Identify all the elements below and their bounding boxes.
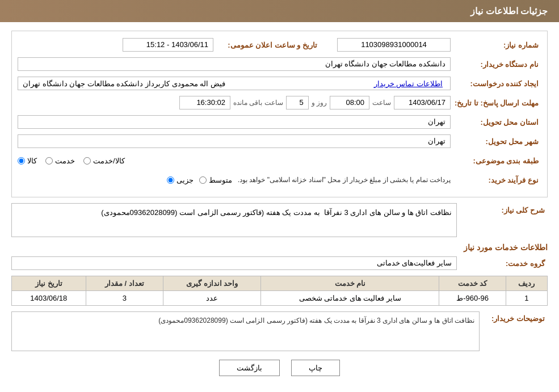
- col-header-row-num: ردیف: [506, 276, 547, 291]
- table-row: 1 960-96-ط سایر فعالیت های خدماتی شخصی ع…: [12, 291, 548, 306]
- need-description-text: [11, 203, 457, 237]
- purchase-jozyi-item: جزیی: [167, 176, 194, 184]
- need-description-label: شرح کلی نیاز:: [457, 203, 548, 214]
- category-row: طبقه بندی موضوعی: کالا/خدمت خدمت کالا: [18, 153, 541, 168]
- purchase-note: پرداخت تمام یا بخشی از مبلغ خریدار از مح…: [238, 176, 451, 184]
- category-kala-radio[interactable]: [18, 157, 25, 165]
- category-kala-khedmat-radio[interactable]: [83, 157, 91, 165]
- city-value: تهران: [18, 134, 451, 148]
- org-row: نام دستگاه خریدار: دانشکده مطالعات جهان …: [18, 56, 541, 72]
- category-kala-khedmat-label: کالا/خدمت: [93, 157, 125, 165]
- col-header-code: کد خدمت: [439, 276, 506, 291]
- table-header-row: ردیف کد خدمت نام خدمت واحد اندازه گیری ت…: [12, 276, 548, 291]
- buyer-description-section: توضیحات خریدار: نظافت اتاق ها و سالن های…: [11, 311, 548, 351]
- service-table: ردیف کد خدمت نام خدمت واحد اندازه گیری ت…: [11, 276, 548, 306]
- cell-count: 3: [86, 291, 163, 306]
- need-description-section: شرح کلی نیاز:: [11, 203, 548, 237]
- page-title: جزئیات اطلاعات نیاز: [470, 6, 548, 16]
- deadline-row: مهلت ارسال پاسخ: تا تاریخ: 1403/06/17 سا…: [18, 95, 541, 111]
- province-row: استان محل تحویل: تهران: [18, 114, 541, 130]
- category-kala-label: کالا: [27, 157, 37, 165]
- purchase-mottaset-label: متوسط: [209, 176, 232, 184]
- deadline-label: مهلت ارسال پاسخ: تا تاریخ:: [451, 99, 541, 107]
- col-header-name: نام خدمت: [261, 276, 439, 291]
- purchase-jozyi-label: جزیی: [176, 176, 194, 184]
- print-button[interactable]: چاپ: [291, 360, 340, 376]
- buyer-description-label: توضیحات خریدار:: [480, 311, 548, 323]
- purchase-mottaset-item: متوسط: [199, 176, 232, 184]
- service-info-title: اطلاعات خدمات مورد نیاز: [11, 243, 548, 252]
- need-number-value: 1103098931000014: [337, 38, 451, 52]
- cell-unit: عدد: [163, 291, 261, 306]
- category-khedmat-radio[interactable]: [45, 157, 53, 165]
- buyer-description-text: نظافت اتاق ها و سالن های اداری 3 نفرآقا …: [11, 311, 480, 351]
- purchase-jozyi-radio[interactable]: [167, 176, 174, 184]
- page-header: جزئیات اطلاعات نیاز: [0, 0, 559, 22]
- category-group: کالا/خدمت خدمت کالا: [18, 157, 451, 165]
- category-kala-khedmat-item: کالا/خدمت: [83, 157, 125, 165]
- category-label: طبقه بندی موضوعی:: [451, 157, 541, 165]
- category-khedmat-item: خدمت: [45, 157, 75, 165]
- purchase-type-group: پرداخت تمام یا بخشی از مبلغ خریدار از مح…: [18, 176, 451, 184]
- deadline-time: 08:00: [330, 96, 369, 109]
- service-group-label: گروه خدمت:: [457, 259, 548, 268]
- province-label: استان محل تحویل:: [451, 118, 541, 127]
- city-label: شهر محل تحویل:: [451, 137, 541, 146]
- col-header-unit: واحد اندازه گیری: [163, 276, 261, 291]
- cell-row-num: 1: [506, 291, 547, 306]
- deadline-group: 1403/06/17 ساعت 08:00 روز و 5 ساعت باقی …: [18, 96, 451, 109]
- back-button[interactable]: بازگشت: [219, 360, 280, 376]
- org-label: نام دستگاه خریدار:: [451, 60, 541, 69]
- cell-code: 960-96-ط: [439, 291, 506, 306]
- need-number-label: شماره نیاز:: [451, 41, 541, 49]
- cell-name: سایر فعالیت های خدماتی شخصی: [261, 291, 439, 306]
- service-group-value: سایر فعالیت‌های خدماتی: [11, 256, 457, 270]
- need-number-row: شماره نیاز: 1103098931000014 تاریخ و ساع…: [18, 37, 541, 53]
- button-row: چاپ بازگشت: [11, 360, 548, 387]
- days-label: روز و: [312, 99, 327, 107]
- creator-label: ایجاد کننده درخواست:: [451, 79, 541, 88]
- col-header-date: تاریخ نیاز: [12, 276, 86, 291]
- category-kala-item: کالا: [18, 157, 37, 165]
- main-form: شماره نیاز: 1103098931000014 تاریخ و ساع…: [11, 31, 548, 197]
- purchase-type-label: نوع فرآیند خرید:: [451, 176, 541, 184]
- col-header-count: تعداد / مقدار: [86, 276, 163, 291]
- creator-value: فیض اله محمودی کاربرداز دانشکده مطالعات …: [23, 79, 225, 88]
- cell-date: 1403/06/18: [12, 291, 86, 306]
- creator-link[interactable]: اطلاعات تماس خریدار: [374, 79, 443, 88]
- service-group-row: گروه خدمت: سایر فعالیت‌های خدماتی: [11, 256, 548, 270]
- province-value: تهران: [18, 115, 451, 129]
- remaining-time: 16:30:02: [179, 96, 230, 109]
- purchase-mottaset-radio[interactable]: [199, 176, 207, 184]
- org-value: دانشکده مطالعات جهان دانشگاه تهران: [18, 57, 451, 71]
- city-row: شهر محل تحویل: تهران: [18, 133, 541, 149]
- creator-row: ایجاد کننده درخواست: اطلاعات تماس خریدار…: [18, 75, 541, 91]
- purchase-type-row: نوع فرآیند خرید: پرداخت تمام یا بخشی از …: [18, 172, 541, 188]
- service-table-section: ردیف کد خدمت نام خدمت واحد اندازه گیری ت…: [11, 276, 548, 306]
- remaining-label: ساعت باقی مانده: [233, 99, 283, 107]
- creator-value-box: اطلاعات تماس خریدار فیض اله محمودی کاربر…: [18, 77, 451, 90]
- deadline-date: 1403/06/17: [394, 96, 451, 109]
- category-khedmat-label: خدمت: [55, 157, 75, 165]
- service-info-section: گروه خدمت: سایر فعالیت‌های خدماتی: [11, 256, 548, 270]
- time-label: ساعت: [372, 99, 391, 107]
- days-value: 5: [286, 96, 309, 109]
- announce-label: تاریخ و ساعت اعلان عمومی:: [218, 41, 320, 49]
- announce-value: 1403/06/11 - 15:12: [123, 38, 213, 52]
